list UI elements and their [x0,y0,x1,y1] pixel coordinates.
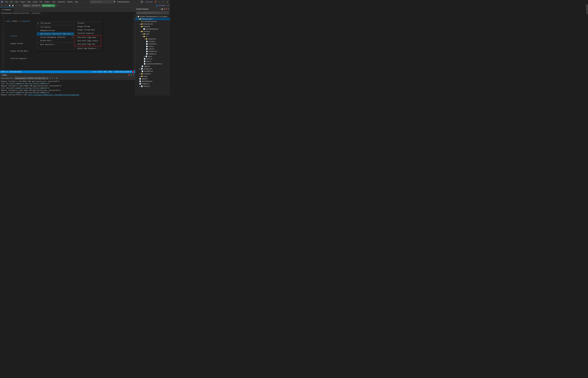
tree-fetchdata-js[interactable]: 📄 FetchData.js [135,43,170,45]
tab-counter-js[interactable]: JS Counter.js ✕ [0,7,14,12]
se-close-btn[interactable]: ✕ [168,8,169,10]
output-content[interactable]: Request finished in 295.985ms 200 applic… [0,80,135,95]
tree-components[interactable]: ▼ 📁 components [135,38,170,40]
output-close-btn[interactable]: ✕ [133,74,134,76]
output-tab-label[interactable]: Output [1,74,8,76]
tree-project[interactable]: ▼ 📁 WebApplication4 [135,18,170,20]
output-clear-btn[interactable]: 🗑 [56,77,58,79]
menu-test[interactable]: Test [39,1,43,3]
refresh-btn[interactable]: ↺ [56,4,59,7]
tree-layout-js[interactable]: 📄 Layout.js [135,48,170,50]
tree-navmenu-css[interactable]: 📄 NavMenu.css [135,50,170,53]
search-input[interactable] [90,0,115,3]
output-wrap-btn[interactable]: ↵ [54,77,55,79]
zoom-level[interactable]: 100 % [1,71,5,73]
minimize-btn[interactable]: — [157,1,161,3]
tree-properties[interactable]: ▼ 📁 Properties [135,25,170,28]
tree-home-js[interactable]: 📄 Home.js [135,45,170,48]
browser-firefox[interactable]: Firefox [74,22,101,25]
maximize-btn[interactable]: □ [162,1,165,3]
menu-window[interactable]: Window [66,1,74,3]
dropdown-run-iis[interactable]: ▶ IIS Express [37,22,74,25]
editor-body[interactable]: 12345 678910 1112131415 1617181920 21222… [0,14,135,70]
tree-counter-js[interactable]: 📄 Counter.js [135,40,170,43]
tree-appsettings[interactable]: 📄 appsettings.json [135,80,170,82]
se-search-input[interactable] [136,11,169,14]
menu-help[interactable]: Help [74,1,79,3]
tree-package-json[interactable]: ▶ 📄 package.json [135,68,170,70]
se-home-btn[interactable]: 🏠 [161,8,163,10]
output-source-dropdown[interactable]: WebApplication4 - ASP.NET Core Web Serve… [14,77,49,80]
tree-index-css[interactable]: 📄 index.css [135,58,170,60]
menu-project[interactable]: Project [19,1,26,3]
editor-scrollbar[interactable] [134,14,135,70]
tree-public[interactable]: ▶ 📁 public [135,33,170,35]
tree-pages[interactable]: ▶ 📁 Pages [135,75,170,78]
tree-readme[interactable]: 📄 README.md [135,70,170,73]
liveshare-toolbar-btn[interactable]: 👤 Live Share [155,4,166,7]
output-pin-btn[interactable]: 📌 [128,74,130,76]
tree-program-cs[interactable]: 📄 Program.cs [135,82,170,85]
undo-btn[interactable]: ↩ [15,4,17,7]
menu-tools[interactable]: Tools [51,1,56,3]
browser-edge-canary[interactable]: Microsoft Edge Canary [74,39,101,42]
source-control-btn[interactable]: ↑ Add to Source Control ▼ 1 [114,71,134,73]
browser-edge-dev[interactable]: ✓ Microsoft Edge Dev [74,42,101,46]
dropdown-iis-checked[interactable]: ✓ IIS Express [37,26,74,29]
tree-src[interactable]: ▼ 📁 src [135,35,170,38]
tree-gitignore-clientapp[interactable]: 📄 .gitignore [135,65,170,68]
browser-ie[interactable]: Internet Explorer [74,32,101,35]
tree-register-service-worker[interactable]: 📄 registerServiceWorker.js [135,63,170,65]
menu-build[interactable]: Build [26,1,32,3]
menu-view[interactable]: View [14,1,19,3]
dropdown-web-browser[interactable]: Web Browser (Microsoft Edge Dev) [37,32,74,36]
debug-mode-dropdown[interactable]: Debug ▼ [23,4,31,7]
dropdown-webapp4[interactable]: WebApplication4 [37,29,74,32]
se-tree[interactable]: ▼ 📋 Solution 'WebApplication4' (1 of 1 p… [135,15,170,95]
menu-edit[interactable]: Edit [9,1,14,3]
forward-btn[interactable]: ⟶ [4,4,6,7]
settings-btn[interactable]: ⚙ [167,4,170,7]
run-btn[interactable]: ▶ IIS Express ▼ [42,4,55,7]
tab-close-btn[interactable]: ✕ [12,9,13,11]
tree-connected-services[interactable]: ⚡ Connected Services [135,20,170,23]
menu-extensions[interactable]: Extensions [57,1,66,3]
close-btn[interactable]: ✕ [166,1,169,3]
redo-btn[interactable]: ↪ [18,4,21,7]
tree-controllers[interactable]: ▶ 📁 Controllers [135,73,170,75]
se-sync-btn[interactable]: ↕ [160,8,161,10]
menu-debug[interactable]: Debug [32,1,38,3]
liveshare-btn[interactable]: Live Share [144,1,153,3]
menu-file[interactable]: File [4,1,9,3]
se-settings-btn[interactable]: ⚙ [163,8,165,10]
tree-dependencies[interactable]: ▶ 📁 Dependencies [135,23,170,25]
line-ending[interactable]: CRLF [108,71,112,73]
platform-dropdown[interactable]: Any CPU ▼ [31,4,41,7]
tree-startup-cs[interactable]: ▶ 📄 Startup.cs [135,85,170,87]
tree-index-js[interactable]: 📄 index.js [135,60,170,63]
tree-clientapp[interactable]: ▼ 📁 ClientApp [135,30,170,33]
output-float-btn[interactable]: ⬆ [131,74,132,76]
browser-select-web-browsers[interactable]: Select Web Browsers... [74,47,101,50]
save-btn[interactable]: 💾 [8,4,11,7]
menu-analyze[interactable]: Analyze [43,1,51,3]
save-all-btn[interactable]: 💾 [12,4,14,7]
tree-navmenu-js[interactable]: 📄 NavMenu.js [135,53,170,55]
browser-edge-beta[interactable]: Microsoft Edge Beta [74,36,101,39]
browser-chrome[interactable]: Google Chrome [74,25,101,28]
dropdown-browse-with[interactable]: Browse With... [37,39,74,42]
se-pin-btn[interactable]: 📌 [165,8,167,10]
tree-app-js[interactable]: ▶ 📄 App.js [135,55,170,58]
issues-indicator[interactable]: ✓ No issues found [9,71,21,73]
output-link[interactable]: http://localhost:44362/sockjs-node/858/g… [28,94,79,95]
tree-launchsettings[interactable]: 📄 launchSettings.json [135,28,170,30]
back-btn[interactable]: ⟵ [0,4,3,7]
pages-icon: 📁 [141,75,143,77]
tree-gitignore-root[interactable]: 📄 .gitignore [135,78,170,80]
dropdown-more-emulators[interactable]: More Emulators... [37,43,74,46]
output-scroll-up[interactable]: ⬆ [50,77,51,79]
tree-solution[interactable]: ▼ 📋 Solution 'WebApplication4' (1 of 1 p… [135,15,170,18]
output-scroll-down[interactable]: ⬇ [52,77,53,79]
dropdown-script-debug[interactable]: Script Debugging (Enabled) [37,36,74,39]
browser-chrome-beta[interactable]: Google Chrome Beta [74,28,101,32]
